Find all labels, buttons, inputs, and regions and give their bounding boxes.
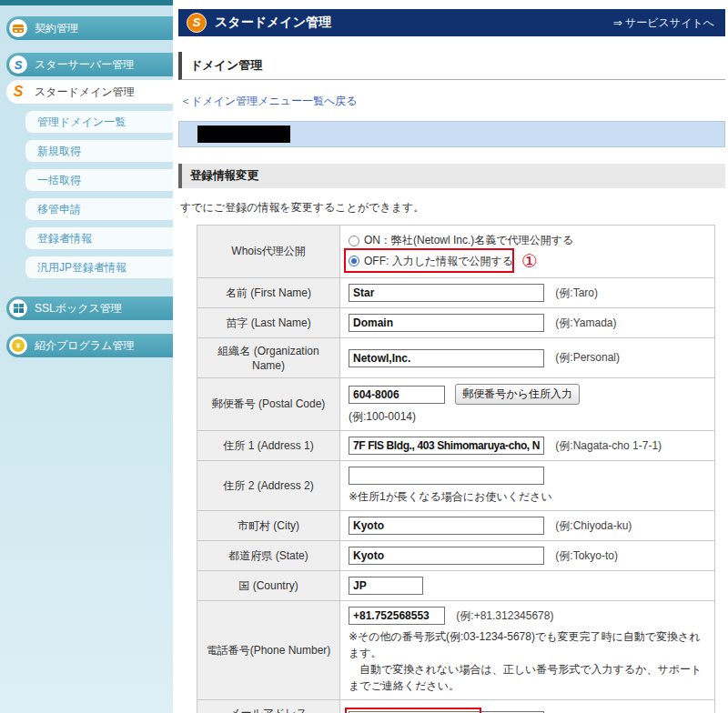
country-input[interactable] xyxy=(349,577,423,595)
field-label: 名前 (First Name) xyxy=(197,278,340,308)
postal-code-input[interactable] xyxy=(349,386,445,404)
sidebar-item-label: SSLボックス管理 xyxy=(35,301,122,316)
whois-off-option[interactable]: OFF: 入力した情報で公開する ① xyxy=(349,250,538,272)
table-row-phone: 電話番号(Phone Number) (例:+81.312345678) ※その… xyxy=(197,601,715,700)
sidebar-item-star-domain[interactable]: S スタードメイン管理 xyxy=(6,80,173,104)
table-row-address2: 住所 2 (Address 2) ※住所1が長くなる場合にお使いください xyxy=(197,461,715,511)
field-hint: (例:Chiyoda-ku) xyxy=(555,519,632,532)
table-row-last-name: 苗字 (Last Name) (例:Yamada) xyxy=(197,308,715,338)
sidebar-item-label: スタードメイン管理 xyxy=(35,85,135,100)
postal-to-address-button[interactable]: 郵便番号から住所入力 xyxy=(455,384,580,405)
sidebar-item-jp-registrant-info[interactable]: 汎用JP登録者情報 xyxy=(25,256,173,278)
domain-name-bar xyxy=(178,121,725,147)
sidebar-item-referral-program[interactable]: ¥ 紹介プログラム管理 xyxy=(6,334,173,357)
redacted-domain-name xyxy=(197,126,290,143)
cart-icon xyxy=(9,19,27,37)
app-header-bar: S スタードメイン管理 ⇒ サービスサイトへ xyxy=(178,9,725,36)
field-label: 郵便番号 (Postal Code) xyxy=(197,378,340,431)
yen-coin-icon: ¥ xyxy=(9,336,27,355)
sidebar-item-new-registration[interactable]: 新規取得 xyxy=(25,140,173,162)
netowl-logo-icon: S xyxy=(187,13,207,33)
form-section-title: 登録情報変更 xyxy=(178,164,725,188)
sidebar-item-transfer-request[interactable]: 移管申請 xyxy=(25,198,173,220)
phone-note-1: ※その他の番号形式(例:03-1234-5678)でも変更完了時に自動で変換され… xyxy=(349,628,706,661)
field-label: メールアドレス(Emailaddress) xyxy=(197,700,340,713)
sidebar-item-bulk-registration[interactable]: 一括取得 xyxy=(25,169,173,191)
star-domain-icon: S xyxy=(9,83,27,101)
table-row-organization: 組織名 (Organization Name) (例:Personal) xyxy=(197,338,715,378)
app-title: スタードメイン管理 xyxy=(215,15,331,31)
sidebar-item-star-server[interactable]: S スターサーバー管理 xyxy=(6,53,173,76)
whois-on-option[interactable]: ON：弊社(Netowl Inc.)名義で代理公開する xyxy=(349,231,573,250)
table-row-email: メールアドレス(Emailaddress) ② xyxy=(197,700,715,713)
table-row-postal-code: 郵便番号 (Postal Code) 郵便番号から住所入力 (例:100-001… xyxy=(197,378,715,431)
phone-note-2: 自動で変換されない場合は、正しい番号形式で入力するか、サポートまでご連絡ください… xyxy=(349,661,706,694)
field-label: 都道府県 (State) xyxy=(197,541,340,571)
city-input[interactable] xyxy=(349,517,544,535)
field-hint: (例:Personal) xyxy=(555,351,620,364)
sidebar-item-label: 紹介プログラム管理 xyxy=(35,338,134,354)
field-label: 住所 1 (Address 1) xyxy=(197,431,340,461)
field-hint: (例:Taro) xyxy=(555,286,598,299)
field-label: 組織名 (Organization Name) xyxy=(197,338,340,378)
main-content: S スタードメイン管理 ⇒ サービスサイトへ ドメイン管理 ＜ドメイン管理メニュ… xyxy=(173,0,728,713)
field-label: 国 (Country) xyxy=(197,571,340,601)
registration-form-table: Whois代理公開 ON：弊社(Netowl Inc.)名義で代理公開する OF… xyxy=(197,225,715,713)
address1-input[interactable] xyxy=(349,437,544,455)
radio-whois-on[interactable] xyxy=(349,236,359,246)
address2-note: ※住所1が長くなる場合にお使いください xyxy=(349,488,706,505)
field-label: 市町村 (City) xyxy=(197,511,340,541)
page-heading: ドメイン管理 xyxy=(178,52,725,80)
sidebar-item-contract[interactable]: 契約管理 xyxy=(6,16,173,40)
field-label: 住所 2 (Address 2) xyxy=(197,461,340,511)
first-name-input[interactable] xyxy=(349,284,544,302)
table-row-country: 国 (Country) xyxy=(197,571,715,601)
last-name-input[interactable] xyxy=(349,314,544,332)
field-hint: (例:Tokyo-to) xyxy=(555,549,618,562)
field-label: 電話番号(Phone Number) xyxy=(197,601,340,700)
table-row-whois: Whois代理公開 ON：弊社(Netowl Inc.)名義で代理公開する OF… xyxy=(197,226,715,278)
sidebar-top-strip xyxy=(0,0,173,5)
back-to-menu-link[interactable]: ＜ドメイン管理メニュー一覧へ戻る xyxy=(180,94,358,109)
field-label: 苗字 (Last Name) xyxy=(197,308,340,338)
sidebar-item-ssl-box[interactable]: SSLボックス管理 xyxy=(6,296,173,320)
address2-input[interactable] xyxy=(349,467,544,485)
table-row-state: 都道府県 (State) (例:Tokyo-to) xyxy=(197,541,715,571)
table-row-address1: 住所 1 (Address 1) (例:Nagata-cho 1-7-1) xyxy=(197,431,715,461)
phone-number-input[interactable] xyxy=(349,607,445,625)
star-server-icon: S xyxy=(9,55,27,74)
radio-whois-off[interactable] xyxy=(349,256,359,266)
form-description: すでにご登録の情報を変更することができます。 xyxy=(180,200,728,216)
sidebar-item-registrant-info[interactable]: 登録者情報 xyxy=(25,227,173,249)
field-label: Whois代理公開 xyxy=(197,226,340,278)
field-hint: (例:Nagata-cho 1-7-1) xyxy=(555,439,662,452)
service-site-link[interactable]: ⇒ サービスサイトへ xyxy=(613,15,714,31)
field-hint: (例:100-0014) xyxy=(349,408,706,425)
sidebar-item-label: 契約管理 xyxy=(35,21,78,36)
table-row-city: 市町村 (City) (例:Chiyoda-ku) xyxy=(197,511,715,541)
field-hint: (例:+81.312345678) xyxy=(456,609,553,622)
state-input[interactable] xyxy=(349,547,544,565)
ssl-box-icon xyxy=(9,299,27,317)
sidebar: 契約管理 S スターサーバー管理 S スタードメイン管理 管理ドメイン一覧 新規… xyxy=(0,0,173,713)
sidebar-item-label: スターサーバー管理 xyxy=(35,57,134,73)
sidebar-item-managed-domains[interactable]: 管理ドメイン一覧 xyxy=(25,111,173,133)
field-hint: (例:Yamada) xyxy=(555,316,616,329)
table-row-first-name: 名前 (First Name) (例:Taro) xyxy=(197,278,715,308)
annotation-number-1: ① xyxy=(521,252,538,270)
organization-input[interactable] xyxy=(349,349,544,367)
